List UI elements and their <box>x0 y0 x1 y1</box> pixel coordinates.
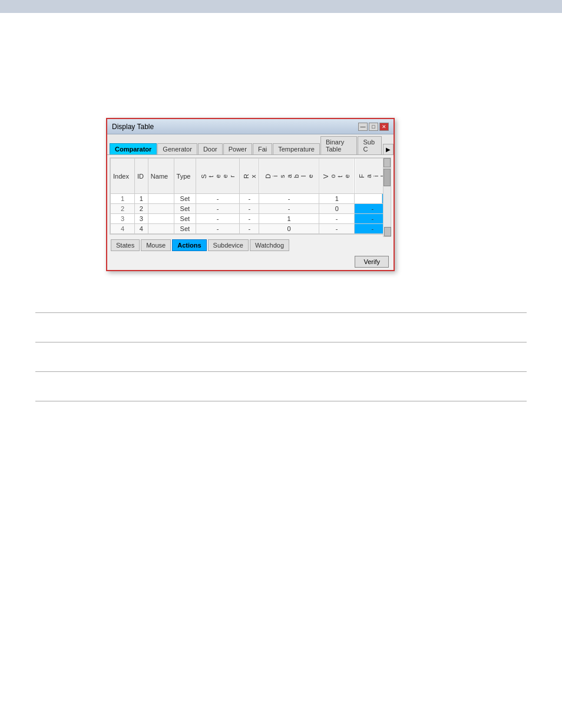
cell-disable-2: - <box>259 204 319 214</box>
cell-steer-2: - <box>196 204 240 214</box>
cell-disable-4: 0 <box>259 224 319 234</box>
cell-steer-4: - <box>196 224 240 234</box>
cell-disable-3: 1 <box>259 214 319 224</box>
table-wrapper: Index ID Name Type Steer Rx Disable Vote… <box>107 155 394 237</box>
table-container: Index ID Name Type Steer Rx Disable Vote… <box>110 157 391 235</box>
col-header-name: Name <box>148 159 174 194</box>
tab-temperature[interactable]: Temperature <box>273 143 320 154</box>
window-title: Display Table <box>112 123 154 131</box>
tab-comparator[interactable]: Comparator <box>110 143 157 154</box>
separator-line-1 <box>35 312 527 313</box>
cell-name-2 <box>148 204 174 214</box>
bottom-bar: Verify <box>107 253 394 270</box>
table-row: 2 2 Set - - - 0 - <box>111 204 391 214</box>
col-header-type: Type <box>174 159 196 194</box>
cell-steer-1: - <box>196 194 240 204</box>
table-header-row: Index ID Name Type Steer Rx Disable Vote… <box>111 159 391 194</box>
cell-rx-3: - <box>240 214 259 224</box>
cell-index-1: 1 <box>111 194 135 204</box>
verify-button[interactable]: Verify <box>355 256 389 268</box>
cell-type-1: Set <box>174 194 196 204</box>
tab-sub-c[interactable]: Sub C <box>358 136 382 154</box>
tab-fai[interactable]: Fai <box>253 143 272 154</box>
tab-actions[interactable]: Actions <box>172 239 206 251</box>
cell-id-1: 1 <box>135 194 148 204</box>
scrollbar[interactable] <box>383 157 391 237</box>
cell-rx-4: - <box>240 224 259 234</box>
scrollbar-down-arrow[interactable] <box>384 227 391 236</box>
table-row: 1 1 Set - - - 1 ▼ <box>111 194 391 204</box>
bottom-tab-bar: States Mouse Actions Subdevice Watchdog <box>107 237 394 253</box>
cell-steer-3: - <box>196 214 240 224</box>
scrollbar-up-arrow[interactable] <box>384 158 391 167</box>
cell-rx-2: - <box>240 204 259 214</box>
col-header-index: Index <box>111 159 135 194</box>
table-row: 3 3 Set - - 1 - - <box>111 214 391 224</box>
close-button[interactable]: ✕ <box>379 123 389 131</box>
restore-button[interactable]: □ <box>369 123 378 131</box>
table-row: 4 4 Set - - 0 - - <box>111 224 391 234</box>
data-table: Index ID Name Type Steer Rx Disable Vote… <box>110 158 391 234</box>
cell-index-2: 2 <box>111 204 135 214</box>
tab-door[interactable]: Door <box>198 143 223 154</box>
cell-id-4: 4 <box>135 224 148 234</box>
separator-line-2 <box>35 342 527 342</box>
minimize-button[interactable]: — <box>358 123 368 131</box>
cell-index-3: 3 <box>111 214 135 224</box>
window-controls: — □ ✕ <box>358 123 389 131</box>
cell-vote-1: 1 <box>319 194 354 204</box>
cell-name-1 <box>148 194 174 204</box>
display-table-window: Display Table — □ ✕ Comparator Generator… <box>106 118 395 271</box>
tab-arrow-right[interactable]: ▶ <box>383 144 394 154</box>
col-header-id: ID <box>135 159 148 194</box>
cell-id-2: 2 <box>135 204 148 214</box>
tab-power[interactable]: Power <box>223 143 252 154</box>
cell-vote-2: 0 <box>319 204 354 214</box>
scrollbar-thumb[interactable] <box>384 169 391 186</box>
tab-mouse[interactable]: Mouse <box>141 239 171 251</box>
separator-line-3 <box>35 371 527 372</box>
cell-name-3 <box>148 214 174 224</box>
cell-type-3: Set <box>174 214 196 224</box>
title-bar-bg <box>0 0 562 13</box>
tab-subdevice[interactable]: Subdevice <box>208 239 249 251</box>
tab-binary-table[interactable]: Binary Table <box>320 136 358 154</box>
cell-name-4 <box>148 224 174 234</box>
col-header-rx: Rx <box>240 159 259 194</box>
col-header-steer: Steer <box>196 159 240 194</box>
tab-generator[interactable]: Generator <box>157 143 197 154</box>
cell-id-3: 3 <box>135 214 148 224</box>
cell-type-4: Set <box>174 224 196 234</box>
tab-states[interactable]: States <box>111 239 140 251</box>
page-background: Display Table — □ ✕ Comparator Generator… <box>0 0 562 728</box>
window-title-bar: Display Table — □ ✕ <box>107 119 394 134</box>
cell-vote-4: - <box>319 224 354 234</box>
separator-line-4 <box>35 401 527 401</box>
tab-watchdog[interactable]: Watchdog <box>250 239 289 251</box>
top-tab-bar: Comparator Generator Door Power Fai Temp… <box>107 134 394 155</box>
col-header-disable: Disable <box>259 159 319 194</box>
cell-disable-1: - <box>259 194 319 204</box>
cell-rx-1: - <box>240 194 259 204</box>
col-header-vote: Vote <box>319 159 354 194</box>
cell-type-2: Set <box>174 204 196 214</box>
cell-index-4: 4 <box>111 224 135 234</box>
cell-vote-3: - <box>319 214 354 224</box>
